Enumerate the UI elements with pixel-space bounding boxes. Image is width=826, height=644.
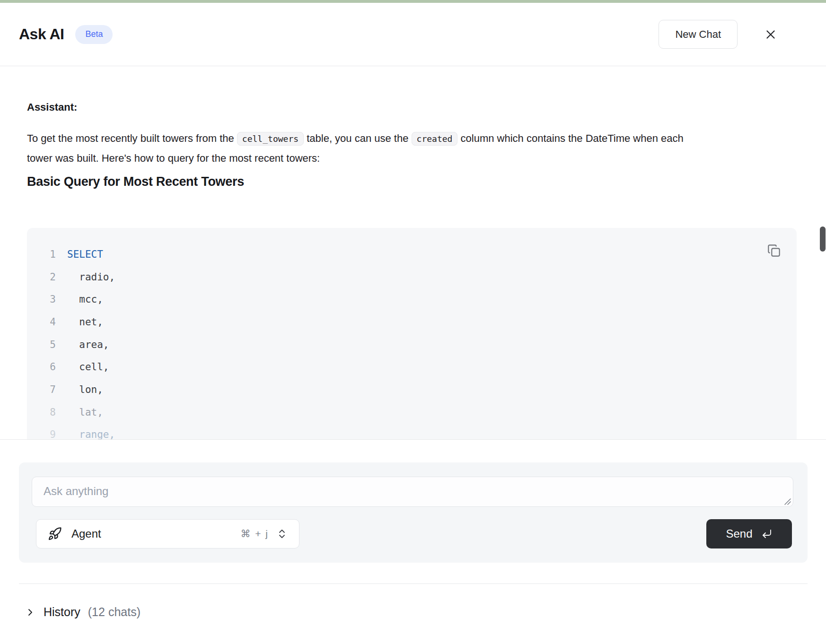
line-number: 8 — [27, 407, 56, 418]
code-line: 9 range, — [27, 424, 797, 440]
line-number: 7 — [27, 384, 56, 395]
line-number: 1 — [27, 249, 56, 260]
chat-messages-area[interactable]: Assistant: To get the most recently buil… — [0, 67, 826, 440]
new-chat-button[interactable]: New Chat — [659, 20, 738, 49]
code-text: lon, — [56, 384, 103, 395]
composer-toolbar: Agent ⌘ + j Send — [19, 519, 808, 548]
line-number: 5 — [27, 339, 56, 350]
sql-code-block: 1SELECT2 radio,3 mcc,4 net,5 area,6 cell… — [27, 228, 797, 440]
line-number: 6 — [27, 361, 56, 373]
page-title: Ask AI — [19, 26, 64, 43]
code-line: 4 net, — [27, 311, 797, 333]
code-line: 5 area, — [27, 333, 797, 356]
scrollbar-thumb[interactable] — [820, 226, 826, 252]
chevrons-up-down-icon — [276, 528, 288, 540]
section-heading: Basic Query for Most Recent Towers — [27, 174, 244, 189]
code-line: 8 lat, — [27, 401, 797, 424]
inline-code-created: created — [412, 132, 458, 146]
code-text: cell, — [56, 361, 109, 373]
line-number: 2 — [27, 271, 56, 283]
header-actions: New Chat — [659, 20, 807, 49]
copy-icon — [767, 244, 781, 257]
assistant-role-label: Assistant: — [27, 101, 77, 113]
ask-ai-panel: Ask AI Beta New Chat Assistant: To get t… — [0, 0, 826, 644]
composer: Agent ⌘ + j Send — [19, 462, 808, 563]
line-number: 4 — [27, 316, 56, 328]
line-number: 3 — [27, 294, 56, 305]
history-toggle[interactable]: History (12 chats) — [25, 605, 141, 619]
code-line: 1SELECT — [27, 243, 797, 266]
mode-selector-button[interactable]: Agent ⌘ + j — [36, 519, 299, 548]
code-line: 6 cell, — [27, 356, 797, 378]
inline-code-cell-towers: cell_towers — [237, 132, 304, 146]
keyboard-shortcut: ⌘ + j — [240, 528, 269, 540]
code-text: mcc, — [56, 294, 103, 305]
code-text: area, — [56, 339, 109, 350]
mode-label: Agent — [71, 527, 101, 540]
code-lines: 1SELECT2 radio,3 mcc,4 net,5 area,6 cell… — [27, 243, 797, 440]
beta-badge: Beta — [75, 25, 113, 44]
paragraph-text: table, you can use the — [304, 132, 412, 144]
chevron-right-icon — [25, 607, 36, 618]
history-label: History — [44, 605, 80, 619]
code-text: lat, — [56, 407, 103, 418]
paragraph-text: To get the most recently built towers fr… — [27, 132, 237, 144]
copy-code-button[interactable] — [767, 244, 781, 258]
send-button-label: Send — [726, 527, 752, 540]
rocket-icon — [48, 527, 62, 541]
return-icon — [761, 528, 773, 540]
send-button[interactable]: Send — [706, 519, 792, 548]
code-line: 3 mcc, — [27, 288, 797, 311]
history-divider — [19, 583, 808, 584]
close-button[interactable] — [761, 25, 780, 44]
code-text: radio, — [56, 271, 115, 283]
assistant-paragraph: To get the most recently built towers fr… — [27, 129, 708, 168]
code-line: 7 lon, — [27, 378, 797, 401]
line-number: 9 — [27, 429, 56, 440]
code-text: SELECT — [56, 249, 103, 260]
history-count: (12 chats) — [88, 605, 141, 619]
code-line: 2 radio, — [27, 266, 797, 288]
chat-input[interactable] — [32, 477, 793, 507]
panel-header: Ask AI Beta New Chat — [0, 3, 826, 66]
mode-shortcut-group: ⌘ + j — [240, 528, 288, 540]
code-text: net, — [56, 316, 103, 328]
code-text: range, — [56, 429, 115, 440]
close-icon — [764, 27, 778, 42]
